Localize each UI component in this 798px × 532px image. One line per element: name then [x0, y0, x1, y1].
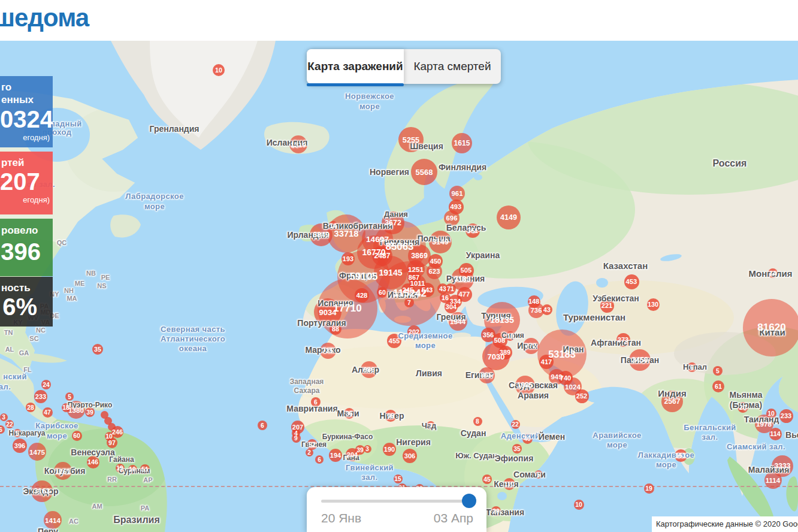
- case-marker[interactable]: [108, 423, 116, 431]
- case-marker[interactable]: [403, 449, 417, 463]
- case-marker[interactable]: [292, 429, 300, 437]
- case-marker[interactable]: [0, 413, 8, 421]
- case-marker[interactable]: [515, 376, 535, 395]
- case-marker[interactable]: [512, 444, 522, 454]
- case-marker[interactable]: [62, 403, 71, 412]
- timeline-slider-handle[interactable]: [462, 494, 476, 508]
- case-marker[interactable]: [427, 421, 435, 430]
- case-marker[interactable]: [92, 344, 103, 355]
- case-marker[interactable]: [54, 462, 72, 480]
- case-marker[interactable]: [258, 421, 267, 430]
- case-marker[interactable]: [779, 409, 793, 423]
- case-marker[interactable]: [28, 443, 46, 461]
- case-marker[interactable]: [661, 391, 683, 412]
- case-marker[interactable]: [87, 456, 99, 468]
- case-marker[interactable]: [116, 464, 125, 473]
- case-marker[interactable]: [616, 333, 630, 347]
- case-marker[interactable]: [534, 470, 543, 479]
- case-marker[interactable]: [398, 127, 424, 152]
- case-marker[interactable]: [315, 455, 324, 464]
- case-marker[interactable]: [85, 407, 95, 417]
- case-marker[interactable]: [43, 407, 53, 418]
- case-marker[interactable]: [311, 397, 321, 407]
- case-marker[interactable]: [766, 409, 776, 419]
- case-marker[interactable]: [364, 445, 371, 453]
- case-marker[interactable]: [404, 298, 414, 307]
- case-marker[interactable]: [429, 231, 452, 253]
- case-marker[interactable]: [713, 366, 723, 376]
- case-marker[interactable]: [385, 410, 397, 422]
- case-marker[interactable]: [647, 298, 660, 311]
- case-marker[interactable]: [34, 390, 47, 403]
- case-marker[interactable]: [449, 312, 467, 331]
- case-marker[interactable]: [306, 449, 313, 457]
- case-marker[interactable]: [407, 271, 421, 284]
- case-marker[interactable]: [542, 304, 552, 315]
- timeline-track[interactable]: [321, 500, 472, 503]
- case-marker[interactable]: [420, 283, 434, 297]
- case-marker[interactable]: [768, 268, 778, 278]
- case-marker[interactable]: [506, 331, 515, 341]
- case-marker[interactable]: [452, 133, 472, 153]
- case-marker[interactable]: [289, 135, 307, 153]
- tab-deaths-map[interactable]: Карта смертей: [404, 49, 501, 84]
- case-marker[interactable]: [401, 283, 415, 297]
- case-marker[interactable]: [13, 429, 22, 437]
- case-marker[interactable]: [600, 299, 614, 313]
- case-marker[interactable]: [574, 500, 584, 510]
- case-marker[interactable]: [479, 367, 495, 383]
- case-marker[interactable]: [320, 343, 336, 359]
- case-marker[interactable]: [629, 349, 651, 371]
- case-marker[interactable]: [72, 431, 82, 441]
- case-marker[interactable]: [407, 325, 421, 338]
- case-marker[interactable]: [523, 338, 539, 354]
- case-marker[interactable]: [329, 449, 342, 462]
- case-marker[interactable]: [539, 355, 554, 369]
- case-marker[interactable]: [511, 420, 520, 429]
- case-marker[interactable]: [383, 443, 396, 456]
- case-marker[interactable]: [26, 403, 35, 412]
- case-marker[interactable]: [372, 246, 392, 266]
- site-logo[interactable]: шедома: [0, 4, 89, 32]
- case-marker[interactable]: [314, 298, 341, 326]
- case-marker[interactable]: [737, 402, 748, 413]
- case-marker[interactable]: [330, 323, 341, 335]
- case-marker[interactable]: [31, 480, 53, 502]
- case-marker[interactable]: [743, 299, 798, 356]
- case-marker[interactable]: [481, 328, 495, 342]
- case-marker[interactable]: [65, 392, 74, 401]
- case-marker[interactable]: [428, 254, 443, 268]
- case-marker[interactable]: [503, 478, 515, 490]
- case-marker[interactable]: [522, 434, 533, 444]
- case-marker[interactable]: [644, 483, 654, 494]
- case-marker[interactable]: [449, 200, 464, 214]
- case-marker[interactable]: [5, 420, 14, 428]
- case-marker[interactable]: [769, 428, 782, 440]
- tab-infections-map[interactable]: Карта заражений: [307, 49, 404, 84]
- case-marker[interactable]: [764, 471, 782, 489]
- case-marker[interactable]: [328, 221, 338, 231]
- case-marker[interactable]: [13, 439, 27, 453]
- case-marker[interactable]: [382, 211, 404, 234]
- case-marker[interactable]: [459, 263, 474, 278]
- case-marker[interactable]: [497, 205, 521, 229]
- case-marker[interactable]: [213, 64, 225, 76]
- case-marker[interactable]: [377, 287, 388, 298]
- case-marker[interactable]: [675, 449, 687, 462]
- case-marker[interactable]: [44, 511, 62, 529]
- case-marker[interactable]: [355, 288, 369, 303]
- case-marker[interactable]: [473, 417, 482, 426]
- case-marker[interactable]: [344, 408, 355, 419]
- case-marker[interactable]: [105, 432, 114, 441]
- case-marker[interactable]: [687, 362, 697, 372]
- case-marker[interactable]: [482, 474, 492, 484]
- case-marker[interactable]: [41, 380, 51, 389]
- case-marker[interactable]: [140, 464, 150, 474]
- case-marker[interactable]: [624, 274, 639, 289]
- case-marker[interactable]: [128, 465, 137, 474]
- case-marker[interactable]: [361, 361, 377, 378]
- case-marker[interactable]: [0, 425, 5, 434]
- case-marker[interactable]: [498, 346, 512, 359]
- case-marker[interactable]: [575, 389, 589, 403]
- case-marker[interactable]: [712, 380, 724, 392]
